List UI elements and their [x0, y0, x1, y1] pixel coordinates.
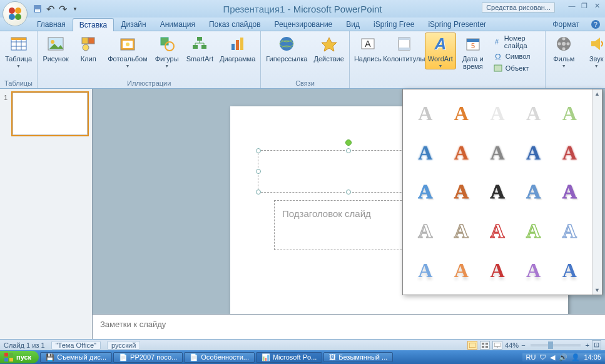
wordart-style-24[interactable]: A: [516, 251, 551, 290]
tray-language[interactable]: RU: [526, 353, 536, 361]
taskbar-item-4[interactable]: 📊Microsoft Po...: [256, 352, 322, 363]
wordart-style-11[interactable]: A: [408, 173, 443, 211]
textbox-button[interactable]: AНадпись: [352, 33, 384, 64]
wordart-style-25[interactable]: A: [552, 251, 587, 290]
view-slideshow-button[interactable]: [492, 341, 502, 350]
action-button[interactable]: Действие: [311, 33, 346, 64]
wordart-style-16[interactable]: A: [408, 212, 443, 250]
taskbar-item-1[interactable]: 💾Съемный дис...: [40, 352, 112, 363]
sound-button[interactable]: Звук▼: [581, 33, 605, 69]
zoom-slider-thumb[interactable]: [548, 341, 553, 349]
wordart-style-14[interactable]: A: [516, 173, 551, 211]
help-icon[interactable]: ?: [591, 20, 600, 29]
chart-icon: [228, 34, 248, 54]
shapes-button[interactable]: Фигуры▼: [151, 33, 183, 69]
wordart-style-13[interactable]: A: [480, 173, 515, 211]
svg-point-46: [562, 38, 566, 41]
wordart-style-7[interactable]: A: [444, 134, 479, 172]
tab-ispring-presenter[interactable]: iSpring Presenter: [421, 18, 493, 31]
tab-review[interactable]: Рецензирование: [268, 18, 340, 31]
wordart-style-20[interactable]: A: [552, 212, 587, 250]
resize-handle-s[interactable]: [346, 190, 351, 195]
wordart-style-6[interactable]: A: [408, 134, 443, 172]
tray-icon[interactable]: 🔊: [559, 353, 567, 361]
resize-handle-w[interactable]: [256, 169, 261, 174]
tab-home[interactable]: Главная: [30, 18, 73, 31]
resize-handle-n[interactable]: [346, 148, 351, 153]
wordart-button[interactable]: AWordArt▼: [425, 33, 456, 69]
movie-button[interactable]: Фильм▼: [548, 33, 579, 69]
picture-button[interactable]: Рисунок: [40, 33, 71, 64]
smartart-button[interactable]: SmartArt: [184, 33, 216, 64]
wordart-style-3[interactable]: A: [480, 94, 515, 133]
wordart-style-8[interactable]: A: [480, 134, 515, 172]
wordart-style-12[interactable]: A: [444, 173, 479, 211]
status-theme[interactable]: "Тема Office": [51, 341, 101, 350]
wordart-style-23[interactable]: A: [480, 251, 515, 290]
contextual-tab-drawing-tools[interactable]: Средства рисован...: [482, 3, 555, 13]
wordart-scrollbar[interactable]: ▲ ▼: [592, 89, 602, 295]
object-button[interactable]: Объект: [491, 63, 541, 74]
zoom-level[interactable]: 44%: [505, 341, 519, 349]
album-button[interactable]: Фотоальбом▼: [105, 33, 150, 69]
wordart-style-2[interactable]: A: [444, 94, 479, 133]
office-button[interactable]: [3, 1, 28, 26]
tab-slideshow[interactable]: Показ слайдов: [202, 18, 268, 31]
tab-insert[interactable]: Вставка: [73, 18, 114, 31]
wordart-style-18[interactable]: A: [480, 212, 515, 250]
tab-animation[interactable]: Анимация: [153, 18, 202, 31]
taskbar-item-5[interactable]: 🖼Безымянный ...: [323, 352, 393, 362]
tab-format[interactable]: Формат: [546, 18, 586, 31]
wordart-style-10[interactable]: A: [552, 134, 587, 172]
fit-to-window-button[interactable]: ⊡: [592, 340, 601, 350]
slide-thumbnail-1[interactable]: [13, 93, 88, 135]
minimize-button[interactable]: —: [566, 1, 577, 10]
restore-button[interactable]: ❐: [579, 1, 590, 10]
scroll-down-icon[interactable]: ▼: [593, 286, 601, 295]
slide-number-button[interactable]: #Номер слайда: [491, 34, 541, 50]
hyperlink-button[interactable]: Гиперссылка: [263, 33, 310, 64]
resize-handle-nw[interactable]: [256, 148, 261, 153]
taskbar-item-3[interactable]: 📄Особенности...: [184, 352, 255, 363]
wordart-style-1[interactable]: A: [408, 94, 443, 133]
wordart-style-22[interactable]: A: [444, 251, 479, 290]
zoom-slider[interactable]: [531, 344, 581, 346]
slide-thumbnail-panel[interactable]: 1: [0, 89, 93, 339]
wordart-style-9[interactable]: A: [516, 134, 551, 172]
close-button[interactable]: ✕: [591, 1, 602, 10]
chart-button[interactable]: Диаграмма: [217, 33, 258, 64]
wordart-style-4[interactable]: A: [516, 94, 551, 133]
view-sorter-button[interactable]: [480, 341, 490, 350]
wordart-style-21[interactable]: A: [408, 251, 443, 290]
tray-icon[interactable]: 👤: [571, 353, 580, 361]
table-button[interactable]: Таблица▼: [3, 33, 34, 69]
wordart-style-17[interactable]: A: [444, 212, 479, 250]
tab-view[interactable]: Вид: [339, 18, 367, 31]
tab-ispring-free[interactable]: iSpring Free: [367, 18, 421, 31]
qat-save-icon[interactable]: [33, 4, 43, 14]
tray-clock[interactable]: 14:05: [584, 353, 601, 361]
symbol-button[interactable]: ΩСимвол: [491, 51, 541, 62]
zoom-in-button[interactable]: +: [586, 341, 589, 349]
tray-icon[interactable]: 🛡: [539, 353, 546, 361]
start-button[interactable]: пуск: [0, 351, 39, 363]
wordart-style-15[interactable]: A: [552, 173, 587, 211]
qat-undo-icon[interactable]: ↶: [45, 4, 55, 14]
taskbar-item-2[interactable]: 📄PP2007 посо...: [113, 352, 183, 363]
view-normal-button[interactable]: [467, 341, 477, 350]
scroll-up-icon[interactable]: ▲: [593, 89, 601, 98]
qat-redo-icon[interactable]: ↷: [58, 4, 68, 14]
status-language[interactable]: русский: [107, 341, 140, 350]
zoom-out-button[interactable]: −: [521, 341, 525, 349]
header-footer-button[interactable]: Колонтитулы: [385, 33, 424, 64]
wordart-style-19[interactable]: A: [516, 212, 551, 250]
date-time-button[interactable]: 5Дата и время: [457, 33, 489, 71]
qat-dropdown-icon[interactable]: ▼: [70, 4, 80, 14]
wordart-style-5[interactable]: A: [552, 94, 587, 133]
resize-handle-sw[interactable]: [256, 190, 261, 195]
tab-design[interactable]: Дизайн: [114, 18, 153, 31]
notes-pane[interactable]: Заметки к слайду: [93, 314, 605, 339]
tray-icon[interactable]: ◀: [550, 353, 555, 361]
clip-button[interactable]: Клип: [73, 33, 104, 64]
rotate-handle[interactable]: [345, 139, 352, 146]
